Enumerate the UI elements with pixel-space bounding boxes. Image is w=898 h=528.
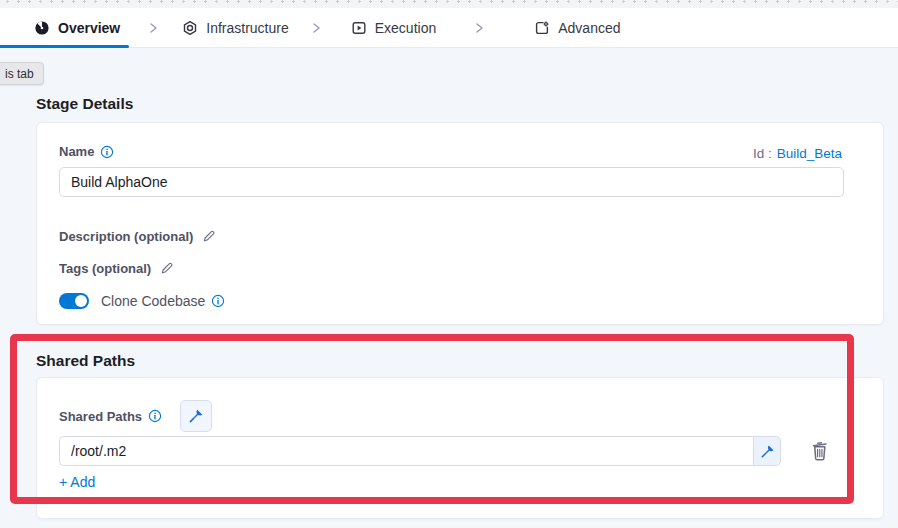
id-value-link[interactable]: Build_Beta	[777, 146, 842, 161]
stage-name-input[interactable]	[59, 167, 844, 197]
active-tab-underline	[0, 45, 129, 48]
shared-path-input[interactable]	[59, 436, 753, 466]
clipped-tooltip: is tab	[0, 62, 44, 85]
tab-infrastructure-label: Infrastructure	[206, 20, 288, 36]
shared-paths-heading: Shared Paths	[36, 352, 135, 370]
stage-details-heading: Stage Details	[36, 95, 133, 113]
chevron-right-icon	[472, 21, 486, 35]
shared-path-row	[59, 436, 781, 466]
trash-icon	[809, 439, 831, 463]
clone-codebase-label: Clone Codebase	[101, 293, 205, 309]
tab-advanced[interactable]: Advanced	[534, 20, 620, 36]
tab-infrastructure[interactable]: Infrastructure	[182, 20, 288, 36]
execution-icon	[351, 20, 367, 36]
overview-icon	[34, 20, 50, 36]
info-icon[interactable]	[148, 409, 162, 423]
edit-description-icon[interactable]	[201, 229, 216, 244]
input-type-pin-button[interactable]	[753, 436, 781, 466]
delete-path-button[interactable]	[809, 439, 831, 463]
tab-overview[interactable]: Overview	[34, 20, 120, 36]
pin-all-button[interactable]	[180, 400, 212, 432]
tab-advanced-label: Advanced	[558, 20, 620, 36]
info-icon[interactable]	[211, 294, 225, 308]
pin-icon	[760, 444, 775, 459]
shared-paths-card: Shared Paths	[36, 377, 884, 519]
shared-paths-label-wrap: Shared Paths	[59, 409, 162, 424]
infrastructure-icon	[182, 20, 198, 36]
shared-paths-label: Shared Paths	[59, 409, 142, 424]
stage-tab-bar: Overview Infrastructure	[0, 8, 898, 48]
clone-codebase-toggle[interactable]	[59, 293, 89, 309]
pipeline-canvas-dots	[0, 0, 898, 8]
stage-details-card: Name Id : Build_Beta Description (option…	[36, 122, 884, 325]
advanced-icon	[534, 20, 550, 36]
name-label: Name	[59, 144, 94, 159]
chevron-right-icon	[309, 21, 323, 35]
clone-codebase-wrap: Clone Codebase	[101, 293, 225, 309]
stage-id: Id : Build_Beta	[753, 146, 842, 161]
pin-icon	[188, 408, 204, 424]
stage-config-panel: Overview Infrastructure	[0, 0, 898, 528]
chevron-right-icon	[146, 21, 160, 35]
info-icon[interactable]	[100, 145, 114, 159]
description-label: Description (optional)	[59, 229, 193, 244]
tab-execution[interactable]: Execution	[351, 20, 436, 36]
tooltip-text: is tab	[5, 67, 34, 81]
toggle-knob	[75, 295, 87, 307]
edit-tags-icon[interactable]	[159, 261, 174, 276]
tags-label: Tags (optional)	[59, 261, 151, 276]
add-path-button[interactable]: + Add	[59, 474, 95, 490]
tab-execution-label: Execution	[375, 20, 436, 36]
name-label-wrap: Name	[59, 144, 114, 159]
tab-overview-label: Overview	[58, 20, 120, 36]
id-label: Id :	[753, 146, 772, 161]
